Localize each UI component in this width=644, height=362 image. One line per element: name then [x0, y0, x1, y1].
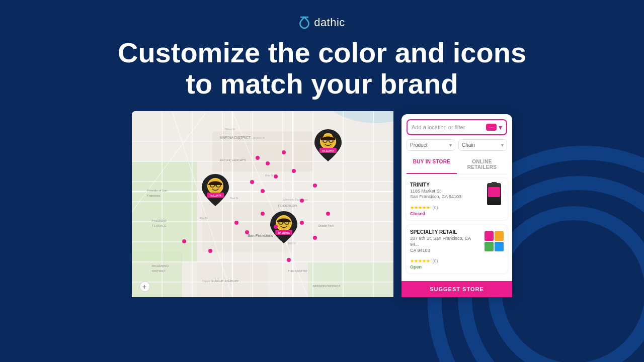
- dot-pin[interactable]: [300, 221, 304, 225]
- dot-pin[interactable]: [266, 161, 270, 165]
- store-address: 207 9th St, San Francisco, CA 94... CA 9…: [410, 236, 480, 253]
- dot-pin[interactable]: [282, 150, 286, 154]
- pkg-3: [485, 242, 494, 251]
- map-background: MARINA DISTRICT PACIFIC HEIGHTS Presidio…: [132, 111, 393, 297]
- logo-text: dathic: [314, 16, 345, 29]
- dot-pin[interactable]: [287, 258, 291, 262]
- product-packages: [485, 231, 504, 251]
- tab-row: BUY IN STORE ONLINE RETAILERS: [407, 155, 507, 174]
- store-name: TRINITY: [410, 182, 480, 188]
- suggest-store-button[interactable]: SUGGEST STORE: [401, 281, 512, 297]
- store-rating: ★★★★★ (0): [410, 202, 480, 211]
- page-headline: Customize the color and icons to match y…: [116, 37, 528, 99]
- store-card-specialty[interactable]: SPECIALTY RETAIL 207 9th St, San Francis…: [406, 225, 508, 274]
- search-chevron-icon[interactable]: ▾: [499, 123, 502, 131]
- store-product-image-2: [485, 229, 504, 253]
- pkg-4: [495, 242, 504, 251]
- store-address: 1185 Market St San Francisco, CA 94103: [410, 189, 480, 200]
- dot-pin[interactable]: [313, 184, 317, 188]
- dot-pin[interactable]: [261, 212, 265, 216]
- store-status: Closed: [410, 211, 480, 216]
- dot-pin[interactable]: [300, 199, 304, 203]
- svg-text:TIA LUPITA: TIA LUPITA: [322, 150, 335, 152]
- map-pin-1[interactable]: TIA LUPITA: [314, 129, 342, 163]
- svg-text:TIA LUPITA: TIA LUPITA: [277, 232, 290, 234]
- dot-pin[interactable]: [261, 189, 265, 193]
- product-bottle: [487, 183, 501, 205]
- page-header: dathic Customize the color and icons to …: [0, 0, 644, 99]
- dot-pin[interactable]: [208, 249, 212, 253]
- panel-header: Add a location or filter ··· ▾ Product ▾…: [401, 114, 512, 174]
- store-list: TRINITY 1185 Market St San Francisco, CA…: [401, 174, 512, 281]
- tab-online-retailers[interactable]: ONLINE RETAILERS: [457, 155, 507, 174]
- store-name: SPECIALTY RETAIL: [410, 229, 480, 235]
- store-rating: ★★★★★ (0): [410, 255, 480, 264]
- dot-pin[interactable]: [250, 180, 254, 184]
- store-info-trinity: TRINITY 1185 Market St San Francisco, CA…: [410, 182, 480, 216]
- tab-buy-in-store[interactable]: BUY IN STORE: [407, 155, 457, 174]
- store-product-image-1: [485, 182, 504, 206]
- bottle-label: [488, 187, 500, 197]
- pkg-1: [485, 231, 494, 241]
- map-container: MARINA DISTRICT PACIFIC HEIGHTS Presidio…: [132, 111, 393, 297]
- map-pin-2[interactable]: TIA LUPITA: [202, 174, 229, 208]
- store-status: Open: [410, 264, 480, 269]
- dot-pin[interactable]: [245, 230, 249, 234]
- dot-pin[interactable]: [274, 225, 278, 229]
- product-chevron-icon: ▾: [449, 142, 452, 148]
- dot-pin[interactable]: [292, 169, 296, 173]
- filter-row: Product ▾ Chain ▾: [407, 139, 507, 151]
- dot-pin[interactable]: [326, 212, 330, 216]
- dot-pin[interactable]: [256, 156, 260, 160]
- store-card-trinity[interactable]: TRINITY 1185 Market St San Francisco, CA…: [406, 177, 508, 221]
- dot-pin[interactable]: [234, 221, 238, 225]
- chain-chevron-icon: ▾: [501, 142, 504, 148]
- dot-pin[interactable]: [313, 236, 317, 240]
- search-text: Add a location or filter: [412, 124, 486, 130]
- logo-icon: [299, 16, 310, 29]
- chain-filter[interactable]: Chain ▾: [458, 139, 507, 151]
- search-options-icon[interactable]: ···: [486, 124, 497, 131]
- svg-text:TIA LUPITA: TIA LUPITA: [209, 195, 222, 197]
- dot-pin[interactable]: [182, 239, 186, 243]
- store-panel: Add a location or filter ··· ▾ Product ▾…: [401, 114, 512, 297]
- map-pins: TIA LUPITA TIA LUPITA: [132, 111, 393, 297]
- product-filter[interactable]: Product ▾: [407, 139, 455, 151]
- pkg-2: [495, 231, 504, 241]
- main-content: MARINA DISTRICT PACIFIC HEIGHTS Presidio…: [0, 111, 644, 297]
- store-info-specialty: SPECIALTY RETAIL 207 9th St, San Francis…: [410, 229, 480, 269]
- search-bar[interactable]: Add a location or filter ··· ▾: [407, 119, 507, 135]
- dot-pin[interactable]: [274, 174, 278, 178]
- logo: dathic: [0, 16, 644, 29]
